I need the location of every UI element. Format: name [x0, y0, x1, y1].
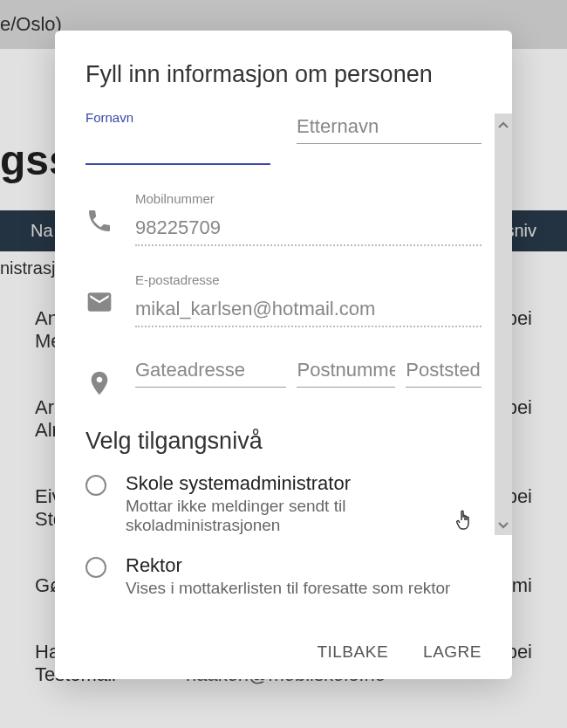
radio-circle[interactable]: [85, 475, 106, 496]
email-input[interactable]: [135, 292, 482, 327]
person-info-modal: Fyll inn informasjon om personen Fornavn…: [55, 31, 512, 679]
email-icon: [85, 288, 113, 316]
radio-sysadmin-title: Skole systemadministrator: [126, 472, 482, 495]
mobile-label: Mobilnummer: [135, 191, 482, 206]
location-icon: [85, 369, 113, 397]
fornavn-input[interactable]: [85, 130, 270, 165]
email-label: E-postadresse: [135, 272, 482, 287]
access-level-title: Velg tilgangsnivå: [85, 428, 482, 455]
back-button[interactable]: TILBAKE: [317, 642, 388, 662]
postcode-input[interactable]: [297, 354, 395, 388]
fornavn-label: Fornavn: [85, 110, 270, 125]
chevron-down-icon[interactable]: [498, 518, 509, 532]
modal-action-bar: TILBAKE LAGRE: [55, 628, 512, 679]
radio-option-sysadmin[interactable]: Skole systemadministrator Mottar ikke me…: [85, 472, 482, 535]
chevron-up-icon[interactable]: [498, 117, 509, 131]
radio-rektor-desc: Vises i mottakerlisten til foresatte som…: [126, 579, 450, 598]
phone-icon: [85, 207, 113, 235]
street-input[interactable]: [135, 354, 286, 388]
city-input[interactable]: [406, 354, 482, 388]
radio-sysadmin-desc: Mottar ikke meldinger sendt til skoladmi…: [126, 497, 482, 535]
modal-title: Fyll inn informasjon om personen: [85, 61, 482, 88]
modal-overlay: Fyll inn informasjon om personen Fornavn…: [0, 0, 567, 728]
mobile-input[interactable]: [135, 211, 482, 246]
radio-rektor-title: Rektor: [126, 554, 450, 577]
radio-option-rektor[interactable]: Rektor Vises i mottakerlisten til foresa…: [85, 554, 482, 598]
scrollbar[interactable]: [495, 113, 512, 535]
etternavn-input[interactable]: [297, 110, 482, 144]
radio-circle[interactable]: [85, 557, 106, 578]
save-button[interactable]: LAGRE: [423, 642, 482, 662]
